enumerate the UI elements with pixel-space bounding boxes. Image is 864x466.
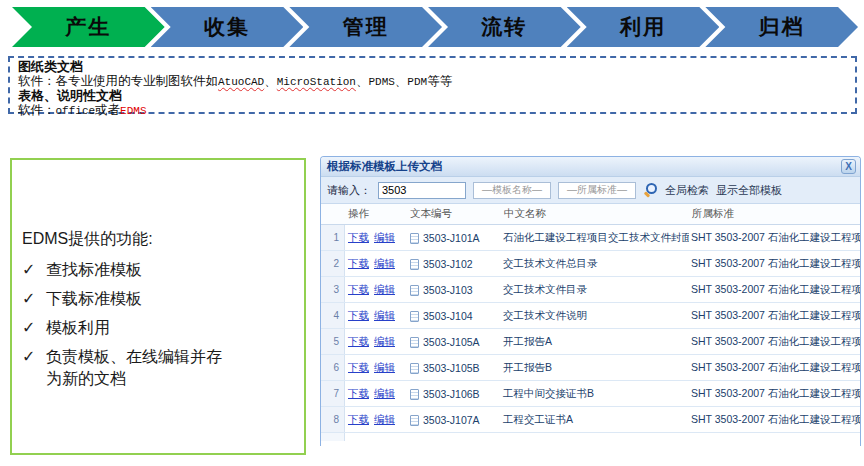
- edit-link[interactable]: 编辑: [374, 413, 395, 425]
- process-flow: 产生收集管理流转利用归档: [12, 7, 858, 47]
- doc-standard: SHT 3503-2007 石油化工建设工程项目交工...: [689, 309, 860, 323]
- table-row: 5下载编辑3503-J105A开工报告ASHT 3503-2007 石油化工建设…: [321, 329, 860, 355]
- edms-item-label: 负责模板、在线编辑并存为新的文档: [46, 346, 228, 390]
- table-row: 3下载编辑3503-J103交工技术文件目录SHT 3503-2007 石油化工…: [321, 277, 860, 303]
- flow-step-1: 产生: [12, 7, 165, 47]
- doc-code-cell: 3503-J106B: [407, 388, 501, 400]
- edms-item-label: 下载标准模板: [46, 288, 142, 310]
- table-header: 操作 文本编号 中文名称 所属标准: [321, 204, 860, 225]
- row-number: 7: [321, 381, 345, 406]
- table-row: 4下载编辑3503-J104交工技术文件说明SHT 3503-2007 石油化工…: [321, 303, 860, 329]
- search-input-label: 请输入：: [327, 183, 371, 198]
- download-link[interactable]: 下载: [348, 335, 369, 347]
- show-all-templates-button[interactable]: 显示全部模板: [716, 183, 782, 198]
- doc-name: 交工技术文件目录: [501, 283, 689, 297]
- dialog-title: 根据标准模板上传文档: [321, 159, 442, 174]
- note-text: 、: [264, 74, 277, 88]
- note-text: 软件：各专业使用的专业制图软件如: [18, 74, 218, 88]
- edms-list-item: ✓下载标准模板: [22, 288, 294, 310]
- doc-standard: SHT 3503-2007 石油化工建设工程项目交工...: [689, 387, 860, 401]
- doc-code: 3503-J107A: [423, 414, 480, 426]
- checkmark-icon: ✓: [22, 317, 46, 339]
- doc-standard: SHT 3503-2007 石油化工建设工程项目交工...: [689, 335, 860, 349]
- header-standard: 所属标准: [689, 207, 860, 221]
- search-toolbar: 请输入： —模板名称— —所属标准— 全局检索 显示全部模板: [321, 177, 860, 204]
- checkmark-icon: ✓: [22, 346, 46, 390]
- doc-code: 3503-J106B: [423, 388, 480, 400]
- flow-step-6: 归档: [705, 7, 858, 47]
- table-row: 2下载编辑3503-J102交工技术文件总目录SHT 3503-2007 石油化…: [321, 251, 860, 277]
- document-icon: [410, 259, 419, 270]
- note-text: 软件：: [18, 103, 56, 117]
- edms-functions-panel: EDMS提供的功能: ✓查找标准模板✓下载标准模板✓模板利用✓负责模板、在线编辑…: [10, 158, 306, 455]
- edms-item-label: 查找标准模板: [46, 259, 142, 281]
- note-line: 图纸类文档: [18, 60, 847, 75]
- doc-standard: SHT 3503-2007 石油化工建设工程项目交工...: [689, 257, 860, 271]
- note-text: 图纸类文档: [18, 59, 83, 74]
- flow-step-4: 流转: [428, 7, 581, 47]
- edms-functions-title: EDMS提供的功能:: [22, 226, 294, 252]
- download-link[interactable]: 下载: [348, 387, 369, 399]
- note-text: PDMS: [368, 76, 394, 88]
- note-text: office: [56, 105, 96, 117]
- header-action: 操作: [345, 207, 407, 221]
- doc-name: 石油化工建设工程项目交工技术文件封面A: [501, 231, 689, 245]
- dialog-titlebar: 根据标准模板上传文档 X: [321, 157, 860, 177]
- doc-code-cell: 3503-J102: [407, 258, 501, 270]
- table-row-partial: [321, 433, 860, 441]
- edit-link[interactable]: 编辑: [374, 335, 395, 347]
- note-line: 软件：office或者EDMS: [18, 104, 847, 119]
- search-input[interactable]: [378, 182, 466, 199]
- row-actions: 下载编辑: [345, 309, 407, 323]
- edit-link[interactable]: 编辑: [374, 231, 395, 243]
- flow-step-2: 收集: [151, 7, 304, 47]
- doc-name: 工程中间交接证书B: [501, 387, 689, 401]
- edit-link[interactable]: 编辑: [374, 361, 395, 373]
- document-icon: [410, 285, 419, 296]
- edit-link[interactable]: 编辑: [374, 283, 395, 295]
- doc-code-cell: 3503-J105A: [407, 336, 501, 348]
- standard-dropdown[interactable]: —所属标准—: [558, 182, 636, 199]
- note-text: MicroStation: [277, 76, 356, 88]
- doc-name: 工程交工证书A: [501, 413, 689, 427]
- download-link[interactable]: 下载: [348, 231, 369, 243]
- edit-link[interactable]: 编辑: [374, 257, 395, 269]
- table-row: 8下载编辑3503-J107A工程交工证书ASHT 3503-2007 石油化工…: [321, 407, 860, 433]
- row-number: 5: [321, 329, 345, 354]
- template-name-dropdown[interactable]: —模板名称—: [473, 182, 551, 199]
- note-text: EDMS: [120, 105, 146, 117]
- document-icon: [410, 363, 419, 374]
- row-actions: 下载编辑: [345, 283, 407, 297]
- edms-list-item: ✓模板利用: [22, 317, 294, 339]
- doc-code: 3503-J105B: [423, 362, 480, 374]
- row-actions: 下载编辑: [345, 413, 407, 427]
- note-text: 等等: [427, 74, 452, 88]
- doc-name: 交工技术文件说明: [501, 309, 689, 323]
- download-link[interactable]: 下载: [348, 413, 369, 425]
- header-doc-name: 中文名称: [501, 207, 689, 221]
- row-number: 3: [321, 277, 345, 302]
- download-link[interactable]: 下载: [348, 309, 369, 321]
- doc-name: 交工技术文件总目录: [501, 257, 689, 271]
- edit-link[interactable]: 编辑: [374, 387, 395, 399]
- global-search-button[interactable]: 全局检索: [665, 183, 709, 198]
- edms-list-item: ✓负责模板、在线编辑并存为新的文档: [22, 346, 294, 390]
- magnifier-icon[interactable]: [643, 183, 658, 198]
- download-link[interactable]: 下载: [348, 361, 369, 373]
- document-icon: [410, 311, 419, 322]
- checkmark-icon: ✓: [22, 259, 46, 281]
- row-actions: 下载编辑: [345, 335, 407, 349]
- doc-code: 3503-J104: [423, 310, 473, 322]
- note-text: PDM: [407, 76, 427, 88]
- edit-link[interactable]: 编辑: [374, 309, 395, 321]
- download-link[interactable]: 下载: [348, 257, 369, 269]
- row-number: 2: [321, 251, 345, 276]
- note-text: 、: [356, 74, 369, 88]
- download-link[interactable]: 下载: [348, 283, 369, 295]
- close-icon[interactable]: X: [841, 159, 856, 174]
- doc-standard: SHT 3503-2007 石油化工建设工程项目交工...: [689, 283, 860, 297]
- row-number: 1: [321, 225, 345, 250]
- doc-code-cell: 3503-J103: [407, 284, 501, 296]
- doc-standard: SHT 3503-2007 石油化工建设工程项目交工...: [689, 413, 860, 427]
- header-doc-code: 文本编号: [407, 207, 501, 221]
